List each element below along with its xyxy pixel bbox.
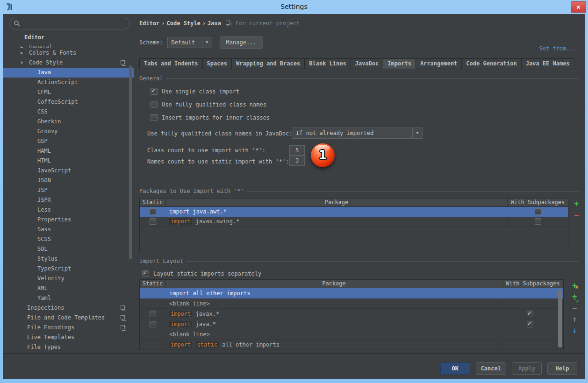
sidebar-item[interactable]: ▶ General — [3, 43, 134, 48]
packages-table: Static Package With Subpackages ✓ import… — [139, 198, 568, 252]
tab[interactable]: Blank Lines — [304, 58, 350, 69]
move-down-button[interactable]: ↓ — [569, 325, 580, 336]
sidebar-item[interactable]: Less — [3, 205, 134, 215]
breadcrumb-code-style[interactable]: Code Style — [167, 20, 201, 27]
static-checkbox[interactable]: ✓ — [150, 311, 156, 317]
ok-button[interactable]: OK — [440, 362, 470, 375]
tab[interactable]: Spaces — [202, 58, 231, 69]
import-keyword: import — [169, 341, 192, 348]
names-count-input[interactable] — [289, 156, 305, 166]
table-row[interactable]: ✓ import javax.* ✓ — [140, 309, 563, 319]
table-scrollbar[interactable] — [558, 290, 562, 348]
sidebar-scrollbar[interactable] — [129, 65, 132, 259]
sidebar-item[interactable]: ▼ Code Style — [3, 58, 134, 68]
sidebar-item[interactable]: Editor — [3, 33, 134, 43]
cancel-button[interactable]: Cancel — [476, 362, 506, 375]
sidebar-item[interactable]: TypeScript — [3, 264, 134, 274]
checkbox[interactable]: ✓ — [151, 88, 158, 95]
sidebar-item[interactable]: HAML — [3, 146, 134, 156]
sidebar-item[interactable]: File and Code Templates — [3, 313, 134, 323]
sidebar-item[interactable]: JSPX — [3, 195, 134, 205]
close-button[interactable]: × — [571, 1, 586, 13]
move-up-button[interactable]: ↑ — [569, 314, 580, 325]
static-checkbox[interactable]: ✓ — [150, 321, 156, 327]
tab[interactable]: Wrapping and Braces — [231, 58, 304, 69]
tree-arrow-icon[interactable]: ▼ — [21, 58, 27, 68]
sidebar-item[interactable]: Inspections — [3, 303, 134, 313]
sidebar-item[interactable]: File Encodings — [3, 323, 134, 333]
sidebar-item[interactable]: ▶ Colors & Fonts — [3, 48, 134, 58]
sidebar-item[interactable]: GSP — [3, 136, 134, 146]
table-row[interactable]: ✓ import java.awt.* ✓ — [140, 207, 568, 217]
sidebar-item[interactable]: HTML — [3, 156, 134, 166]
remove-entry-button[interactable]: − — [569, 303, 580, 314]
table-row[interactable]: import static all other imports — [140, 340, 563, 350]
tab[interactable]: Imports — [383, 58, 416, 69]
checkbox[interactable]: ✓ — [142, 270, 149, 277]
layout-static-imports-row[interactable]: ✓ Layout static imports separately — [142, 270, 261, 277]
search-input[interactable] — [24, 19, 126, 28]
sidebar-item[interactable]: CFML — [3, 87, 134, 97]
breadcrumb-java[interactable]: Java — [208, 20, 221, 27]
sidebar-item[interactable]: File Types — [3, 342, 134, 352]
code-style-tabs: Tabs and Indents Spaces Wrapping and Bra… — [139, 58, 581, 69]
table-row[interactable]: ✓ import javax.swing.* ✓ — [140, 217, 568, 227]
subpackages-checkbox[interactable]: ✓ — [527, 311, 533, 317]
sidebar-item[interactable]: JavaScript — [3, 166, 134, 176]
tree-arrow-icon[interactable]: ▶ — [21, 48, 27, 58]
checkbox[interactable]: ✓ — [151, 114, 158, 121]
sidebar-item[interactable]: XML — [3, 284, 134, 293]
sidebar-item[interactable]: Java — [3, 68, 134, 78]
scheme-select[interactable]: Default ▼ — [167, 37, 212, 48]
sidebar-item[interactable]: SQL — [3, 244, 134, 254]
breadcrumb-editor[interactable]: Editor — [139, 20, 159, 27]
set-from-link[interactable]: Set from... — [539, 45, 576, 52]
tree-arrow-icon[interactable]: ▶ — [21, 43, 27, 48]
chevron-down-icon[interactable]: ▼ — [202, 37, 212, 48]
chevron-down-icon[interactable]: ▼ — [412, 128, 422, 138]
tab[interactable]: JavaDoc — [351, 58, 383, 69]
apply-button[interactable]: Apply — [512, 362, 542, 375]
blank-line-cell: <blank line> — [166, 331, 502, 338]
sidebar-item[interactable]: Stylus — [3, 254, 134, 264]
subpackages-checkbox[interactable]: ✓ — [535, 218, 541, 225]
sidebar-item[interactable]: Groovy — [3, 127, 134, 136]
add-package-button[interactable]: + — [571, 199, 582, 210]
table-row[interactable]: <blank line> — [140, 298, 563, 309]
sidebar-item[interactable]: JSON — [3, 176, 134, 185]
sidebar-item[interactable]: SCSS — [3, 234, 134, 244]
add-package-entry-button[interactable]: + — [569, 280, 580, 291]
sidebar-item[interactable]: ActionScript — [3, 78, 134, 87]
subpackages-checkbox[interactable]: ✓ — [535, 208, 541, 215]
sidebar-item[interactable]: Live Templates — [3, 333, 134, 342]
sidebar-item[interactable]: CSS — [3, 107, 134, 117]
subpackages-checkbox[interactable]: ✓ — [527, 321, 533, 327]
use-single-class-import-row[interactable]: ✓ Use single class import — [151, 88, 239, 95]
tab[interactable]: Tabs and Indents — [139, 58, 202, 69]
checkbox[interactable]: ✓ — [151, 101, 158, 108]
tab[interactable]: Java EE Names — [521, 58, 574, 69]
table-row[interactable]: import all other imports — [140, 288, 563, 298]
sidebar-item[interactable]: Sass — [3, 225, 134, 234]
sidebar-item[interactable]: JSP — [3, 185, 134, 195]
remove-package-button[interactable]: − — [571, 210, 582, 221]
tab[interactable]: Code Generation — [461, 58, 521, 69]
sidebar-item[interactable]: Gherkin — [3, 117, 134, 127]
sidebar-item[interactable]: Velocity — [3, 274, 134, 284]
static-checkbox[interactable]: ✓ — [150, 208, 156, 215]
tab[interactable]: Arrangement — [416, 58, 461, 69]
manage-button[interactable]: Manage... — [220, 36, 263, 49]
javadoc-qualified-names-select[interactable]: If not already imported ▼ — [292, 128, 423, 139]
use-fully-qualified-names-row[interactable]: ✓ Use fully qualified class names — [151, 101, 266, 108]
table-row[interactable]: ✓ import java.* ✓ — [140, 319, 563, 329]
help-button[interactable]: Help — [547, 362, 577, 375]
table-row[interactable]: <blank line> — [140, 329, 563, 340]
static-checkbox[interactable]: ✓ — [150, 218, 156, 225]
insert-imports-inner-classes-row[interactable]: ✓ Insert imports for inner classes — [151, 114, 270, 121]
add-blank-line-button[interactable]: +\n — [569, 291, 580, 303]
class-count-input[interactable] — [289, 145, 305, 156]
sidebar-item[interactable]: Properties — [3, 215, 134, 225]
sidebar-item[interactable]: CoffeeScript — [3, 97, 134, 107]
search-box[interactable] — [9, 18, 130, 29]
sidebar-item[interactable]: Yaml — [3, 293, 134, 303]
